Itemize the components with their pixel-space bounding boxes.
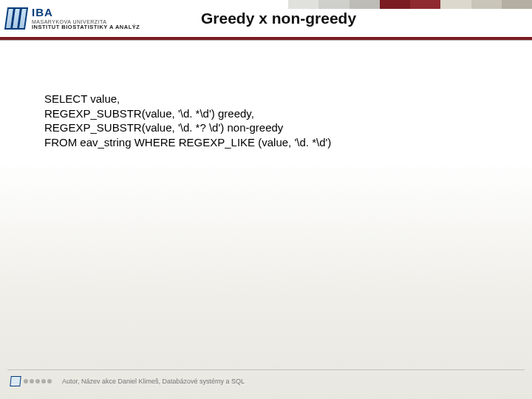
code-line-2: REGEXP_SUBSTR(value, '\d. *\d') greedy, [44,106,488,121]
logo-icon [6,7,26,30]
slide-content: SELECT value, REGEXP_SUBSTR(value, '\d. … [0,40,532,149]
footer-dots-icon [24,379,52,383]
logo-abbr: IBA [32,7,53,18]
decoration-strip [288,0,532,9]
code-line-3: REGEXP_SUBSTR(value, '\d. *? \d') non-gr… [44,120,488,135]
footer-text: Autor, Název akce Daniel Klimeš, Databáz… [62,378,245,385]
footer-divider [7,369,525,370]
code-line-4: FROM eav_string WHERE REGEXP_LIKE (value… [44,135,488,150]
divider [0,40,532,41]
slide-header: IBA MASARYKOVA UNIVERZITA INSTITUT BIOST… [0,0,532,40]
title-zone: Greedy x non-greedy [185,0,532,37]
logo-line2: INSTITUT BIOSTATISTIKY A ANALÝZ [32,24,140,30]
footer-logo-icon [10,376,21,386]
code-line-1: SELECT value, [44,92,488,106]
slide-title: Greedy x non-greedy [201,10,356,27]
logo-text: IBA MASARYKOVA UNIVERZITA INSTITUT BIOST… [32,7,140,30]
slide-footer: Autor, Název akce Daniel Klimeš, Databáz… [0,372,532,390]
logo-zone: IBA MASARYKOVA UNIVERZITA INSTITUT BIOST… [0,0,185,37]
